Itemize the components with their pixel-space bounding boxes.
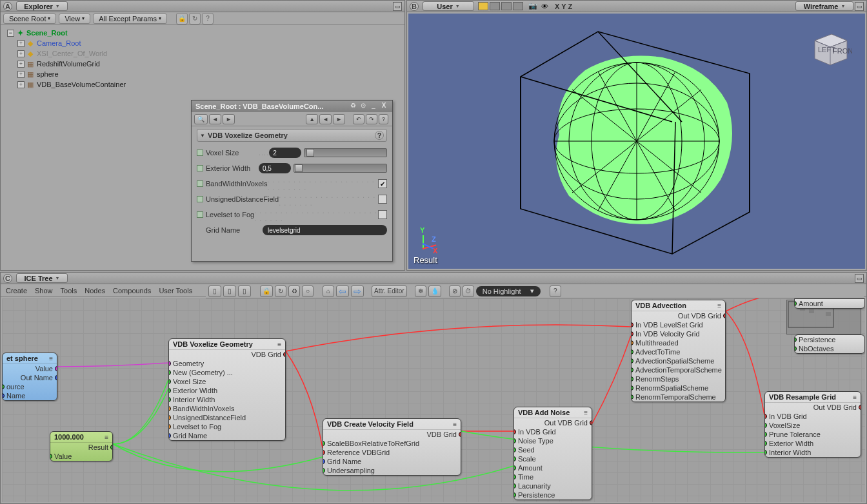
out-port[interactable] bbox=[283, 352, 286, 357]
node-partial[interactable]: Amount bbox=[794, 298, 865, 309]
in-port[interactable] bbox=[631, 394, 633, 400]
mem-cam-b-icon[interactable] bbox=[490, 2, 500, 10]
attr-editor-button[interactable]: Attr. Editor bbox=[372, 286, 407, 297]
scope-dropdown[interactable]: Scene Root bbox=[3, 14, 56, 24]
voxel-size-input[interactable]: 2 bbox=[269, 148, 301, 158]
nav-cube[interactable]: LEFT FRONT bbox=[807, 26, 852, 72]
undo-icon[interactable]: ↶ bbox=[353, 114, 364, 124]
in-port[interactable] bbox=[323, 468, 325, 473]
expand-icon[interactable]: + bbox=[17, 50, 25, 57]
eye-icon[interactable]: 👁 bbox=[541, 3, 548, 10]
out-port[interactable] bbox=[590, 420, 592, 425]
node-partial[interactable]: Persistence NbOctaves bbox=[794, 334, 865, 354]
help-icon[interactable]: ? bbox=[379, 114, 388, 124]
delete-icon[interactable]: ⊘ bbox=[449, 286, 461, 297]
viewport[interactable]: Y X Z Result LEFT FRONT bbox=[408, 14, 865, 269]
mem-cam-d-icon[interactable] bbox=[513, 2, 523, 10]
menu-create[interactable]: Create bbox=[6, 287, 27, 295]
node-vdb-resample[interactable]: VDB Resample Grid≡ Out VDB Grid In VDB G… bbox=[764, 391, 861, 458]
in-port[interactable] bbox=[764, 441, 767, 446]
node-menu-icon[interactable]: ≡ bbox=[105, 434, 108, 441]
menu-tools[interactable]: Tools bbox=[61, 287, 77, 295]
anim-divot[interactable] bbox=[197, 165, 203, 171]
in-port[interactable] bbox=[168, 397, 171, 402]
node-scalar[interactable]: 1000.000≡ Result Value bbox=[50, 431, 113, 461]
out-port[interactable] bbox=[723, 313, 726, 318]
out-port[interactable] bbox=[459, 432, 461, 437]
exterior-width-slider[interactable] bbox=[294, 164, 387, 173]
in-port[interactable] bbox=[513, 483, 516, 489]
out-port[interactable] bbox=[55, 366, 57, 371]
circle-icon[interactable]: ○ bbox=[302, 286, 314, 297]
nav-back-icon[interactable]: ⇦ bbox=[336, 286, 349, 297]
drop-icon[interactable]: 💧 bbox=[428, 286, 441, 297]
fwd-icon[interactable]: ► bbox=[333, 114, 345, 124]
in-port[interactable] bbox=[513, 474, 516, 480]
next-icon[interactable]: ► bbox=[223, 114, 235, 124]
lock-icon[interactable]: 🔒 bbox=[260, 286, 273, 297]
menu-show[interactable]: Show bbox=[35, 287, 53, 295]
levelset-fog-checkbox[interactable] bbox=[378, 210, 387, 219]
layout-icon[interactable]: ▯ bbox=[208, 286, 221, 297]
panel-a-maximize-icon[interactable]: ▭ bbox=[393, 2, 402, 11]
highlight-dropdown[interactable]: No Highlight▾ bbox=[476, 286, 541, 296]
close-icon[interactable]: X bbox=[379, 102, 388, 111]
nav-fwd-icon[interactable]: ⇨ bbox=[351, 286, 364, 297]
camera-dropdown[interactable]: User bbox=[423, 1, 474, 11]
in-port[interactable] bbox=[323, 459, 325, 464]
in-port[interactable] bbox=[168, 415, 171, 420]
in-port[interactable] bbox=[323, 441, 325, 446]
tree-item-vdbcontainer[interactable]: VDB_BaseVolumeContainer bbox=[37, 81, 126, 88]
expand-icon[interactable]: + bbox=[17, 61, 25, 68]
back-icon[interactable]: ◄ bbox=[319, 114, 332, 124]
ice-tree-dropdown[interactable]: ICE Tree bbox=[16, 273, 68, 283]
in-port[interactable] bbox=[764, 432, 767, 437]
anim-divot[interactable] bbox=[197, 196, 203, 202]
mem-cam-c-icon[interactable] bbox=[501, 2, 512, 10]
in-port[interactable] bbox=[794, 337, 797, 342]
in-port[interactable] bbox=[168, 379, 171, 384]
recycle-icon[interactable]: ♻ bbox=[348, 102, 357, 111]
tree-item-sphere[interactable]: sphere bbox=[37, 70, 59, 78]
in-port[interactable] bbox=[631, 322, 633, 327]
up-icon[interactable]: ▲ bbox=[306, 114, 318, 124]
scene-tree[interactable]: −✦Scene_Root +◆Camera_Root +◆XSI_Center_… bbox=[1, 25, 404, 92]
voxel-size-slider[interactable] bbox=[304, 148, 387, 157]
lock-icon[interactable]: 🔒 bbox=[176, 13, 188, 24]
in-port[interactable] bbox=[168, 370, 171, 375]
node-menu-icon[interactable]: ≡ bbox=[49, 355, 53, 362]
in-port[interactable] bbox=[631, 349, 633, 354]
panel-b-maximize-icon[interactable]: ▭ bbox=[855, 2, 864, 11]
help-icon[interactable]: ? bbox=[202, 13, 214, 24]
in-port[interactable] bbox=[764, 423, 767, 428]
in-port[interactable] bbox=[2, 393, 5, 398]
out-port[interactable] bbox=[55, 375, 57, 380]
in-port[interactable] bbox=[168, 388, 171, 393]
bandwidth-checkbox[interactable]: ✔ bbox=[378, 179, 387, 188]
panel-c-maximize-icon[interactable]: ▭ bbox=[855, 274, 864, 283]
layout-icon[interactable]: ▯ bbox=[238, 286, 251, 297]
in-port[interactable] bbox=[764, 414, 767, 419]
out-port[interactable] bbox=[859, 405, 861, 410]
in-port[interactable] bbox=[323, 450, 325, 455]
node-vdb-velocity-field[interactable]: VDB Create Velocity Field≡ VDB Grid Scal… bbox=[323, 418, 461, 476]
menu-compounds[interactable]: Compounds bbox=[113, 287, 151, 295]
home-icon[interactable]: ⌂ bbox=[323, 286, 334, 297]
in-port[interactable] bbox=[513, 456, 516, 461]
node-menu-icon[interactable]: ≡ bbox=[584, 409, 588, 416]
gridname-input[interactable]: levelsetgrid bbox=[263, 225, 387, 235]
in-port[interactable] bbox=[2, 384, 5, 389]
in-port[interactable] bbox=[631, 331, 633, 336]
in-port[interactable] bbox=[631, 367, 633, 373]
redo-icon[interactable]: ↷ bbox=[366, 114, 377, 124]
node-vdb-add-noise[interactable]: VDB Add Noise≡ Out VDB Grid In VDB Grid … bbox=[513, 407, 592, 500]
tree-item-rsvg[interactable]: RedshiftVolumeGrid bbox=[37, 60, 100, 68]
menu-user-tools[interactable]: User Tools bbox=[159, 287, 192, 295]
layout-icon[interactable]: ▯ bbox=[223, 286, 236, 297]
pin-icon[interactable]: ⊙ bbox=[359, 102, 368, 111]
section-header[interactable]: VDB Voxelize Geometry? bbox=[197, 129, 387, 142]
ice-graph[interactable]: et sphere≡ Value Out Name ource Name 100… bbox=[2, 298, 865, 502]
tree-item-scene-root[interactable]: Scene_Root bbox=[26, 29, 68, 37]
node-vdb-voxelize[interactable]: VDB Voxelize Geometry≡ VDB Grid Geometry… bbox=[168, 338, 286, 441]
display-mode-dropdown[interactable]: Wireframe bbox=[795, 1, 853, 11]
